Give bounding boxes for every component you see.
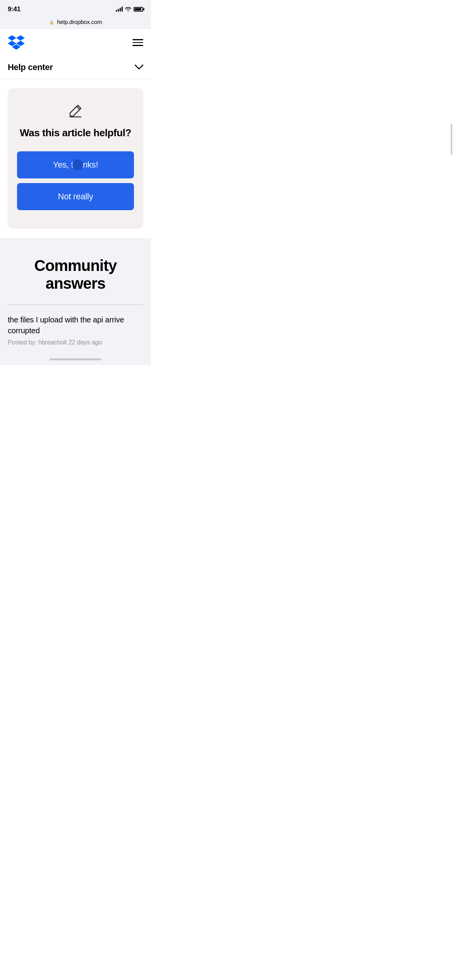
divider	[8, 305, 143, 305]
home-bar	[50, 358, 101, 360]
hamburger-line-2	[132, 42, 143, 43]
help-center-row[interactable]: Help center	[0, 56, 151, 79]
not-really-button[interactable]: Not really	[17, 183, 134, 210]
not-really-button-label: Not really	[58, 192, 93, 201]
nav-header	[0, 29, 151, 56]
wifi-icon	[125, 6, 131, 12]
status-time: 9:41	[8, 5, 21, 13]
post-meta: Posted by: hbreachoit 22 days ago	[8, 339, 143, 346]
yes-thanks-button[interactable]: Yes, thanks!	[17, 151, 134, 178]
pencil-icon	[69, 104, 82, 121]
url-text: help.dropbox.com	[57, 19, 102, 25]
bottom-home-indicator	[0, 355, 151, 365]
helpful-card: Was this article helpful? Yes, thanks! N…	[8, 88, 143, 229]
chevron-down-icon	[135, 62, 143, 72]
signal-icon	[116, 7, 123, 12]
dropbox-logo-icon	[8, 35, 25, 50]
hamburger-line-3	[132, 45, 143, 46]
battery-icon	[134, 7, 143, 12]
url-bar: 🔒 help.dropbox.com	[0, 16, 151, 29]
community-post-text: the files I upload with the api arrive c…	[8, 314, 143, 336]
hamburger-line-1	[132, 39, 143, 40]
community-title: Community answers	[8, 257, 143, 292]
press-indicator	[72, 159, 83, 170]
help-center-title: Help center	[8, 62, 53, 72]
lock-icon: 🔒	[49, 19, 55, 25]
helpful-question: Was this article helpful?	[20, 127, 131, 139]
hamburger-menu-button[interactable]	[132, 39, 143, 46]
community-section: Community answers the files I upload wit…	[0, 238, 151, 355]
dropbox-logo	[8, 35, 25, 50]
status-bar: 9:41	[0, 0, 151, 16]
status-icons	[116, 6, 143, 12]
